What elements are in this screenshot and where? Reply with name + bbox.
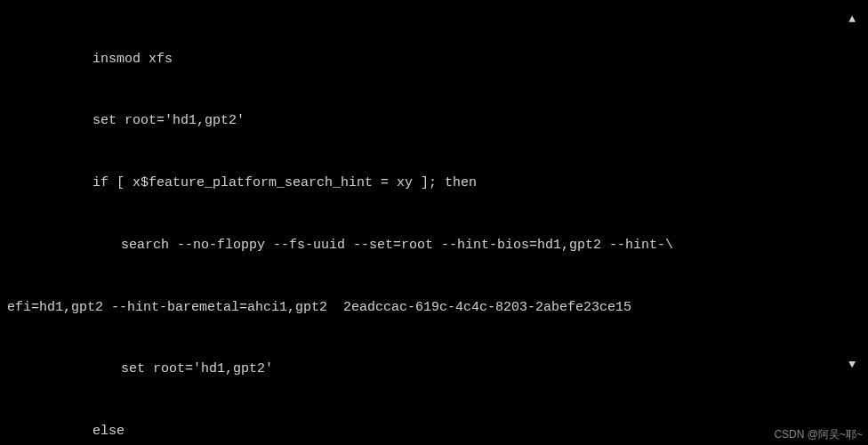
scroll-down-icon[interactable]: ▼ <box>848 356 856 374</box>
grub-editor[interactable]: insmod xfs set root='hd1,gpt2' if [ x$fe… <box>0 0 868 445</box>
code-text: search --no-floppy --fs-uuid --set=root … <box>121 238 673 253</box>
code-text: set root='hd1,gpt2' <box>92 113 245 128</box>
code-text: insmod xfs <box>92 52 173 67</box>
code-text: efi=hd1,gpt2 --hint-baremetal=ahci1,gpt2… <box>7 300 631 315</box>
code-line: set root='hd1,gpt2' <box>7 359 868 379</box>
code-line: search --no-floppy --fs-uuid --set=root … <box>7 235 868 255</box>
scroll-up-icon[interactable]: ▲ <box>848 11 856 28</box>
code-text: else <box>92 424 125 439</box>
code-line: else <box>7 421 868 441</box>
code-text: set root='hd1,gpt2' <box>121 361 273 376</box>
code-line: insmod xfs <box>7 49 868 69</box>
code-line: efi=hd1,gpt2 --hint-baremetal=ahci1,gpt2… <box>7 297 868 318</box>
code-text: if [ x$feature_platform_search_hint = xy… <box>92 175 477 190</box>
watermark-text: CSDN @阿吴~耶~ <box>774 426 863 443</box>
code-line: set root='hd1,gpt2' <box>7 110 868 131</box>
code-line: if [ x$feature_platform_search_hint = xy… <box>7 173 868 193</box>
